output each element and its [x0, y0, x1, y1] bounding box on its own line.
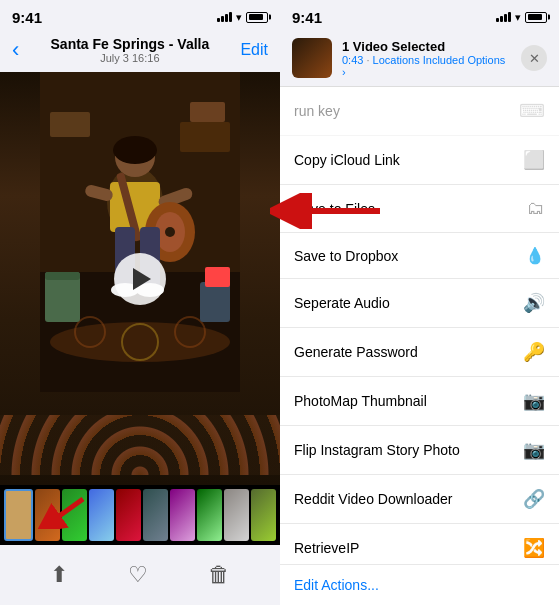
thumbnail-8[interactable] — [224, 489, 249, 541]
bottom-toolbar: ⬆ ♡ 🗑 — [0, 545, 280, 605]
flip-instagram-icon: 📷 — [523, 439, 545, 461]
svg-rect-3 — [180, 122, 230, 152]
menu-item-flip-instagram[interactable]: Flip Instagram Story Photo 📷 — [280, 426, 559, 475]
photomap-label: PhotoMap Thumbnail — [294, 393, 427, 409]
menu-item-label: run key — [294, 103, 340, 119]
save-files-icon: 🗂 — [527, 198, 545, 219]
left-time: 9:41 — [12, 9, 42, 26]
right-status-bar: 9:41 ▾ — [280, 0, 559, 28]
arrow-svg-left — [28, 489, 88, 529]
photo-background — [0, 72, 280, 485]
share-header: 1 Video Selected 0:43 · Locations Includ… — [280, 28, 559, 87]
menu-item-runkey[interactable]: run key ⌨ — [280, 87, 559, 136]
menu-item-copy-icloud[interactable]: Copy iCloud Link ⬜ — [280, 136, 559, 185]
svg-line-28 — [48, 499, 83, 524]
menu-item-photomap[interactable]: PhotoMap Thumbnail 📷 — [280, 377, 559, 426]
thumbnail-5[interactable] — [143, 489, 168, 541]
video-thumbnail-small — [292, 38, 332, 78]
retrieve-ip-label: RetrieveIP — [294, 540, 359, 556]
red-arrow-thumbnail — [28, 489, 88, 533]
wifi-icon: ▾ — [236, 11, 242, 24]
share-header-subtitle: 0:43 · Locations Included Options › — [342, 54, 511, 78]
right-battery-icon — [525, 12, 547, 23]
photo-subtitle: July 3 16:16 — [51, 52, 210, 64]
favorite-button[interactable]: ♡ — [128, 562, 148, 588]
copy-icloud-icon: ⬜ — [523, 149, 545, 171]
svg-rect-2 — [50, 112, 90, 137]
right-wifi-icon: ▾ — [515, 11, 521, 24]
selected-label: 1 Video Selected — [342, 39, 511, 54]
save-dropbox-icon: 💧 — [525, 246, 545, 265]
battery-icon — [246, 12, 268, 23]
photo-title: Santa Fe Springs - Valla — [51, 36, 210, 52]
edit-button[interactable]: Edit — [240, 41, 268, 59]
svg-rect-26 — [205, 267, 230, 287]
play-button[interactable] — [114, 253, 166, 305]
reddit-downloader-icon: 🔗 — [523, 488, 545, 510]
separate-audio-label: Seperate Audio — [294, 295, 390, 311]
flip-instagram-label: Flip Instagram Story Photo — [294, 442, 460, 458]
menu-list: run key ⌨ Copy iCloud Link ⬜ Save to Fil… — [280, 87, 559, 564]
svg-point-13 — [165, 227, 175, 237]
svg-rect-25 — [200, 282, 230, 322]
menu-item-save-files[interactable]: Save to Files 🗂 — [280, 185, 559, 233]
retrieve-ip-icon: 🔀 — [523, 537, 545, 559]
photo-main[interactable] — [0, 72, 280, 485]
signal-icon — [217, 12, 232, 22]
locations-label: Locations Included — [373, 54, 465, 66]
delete-button[interactable]: 🗑 — [208, 562, 230, 588]
menu-item-reddit-downloader[interactable]: Reddit Video Downloader 🔗 — [280, 475, 559, 524]
left-header: ‹ Santa Fe Springs - Valla July 3 16:16 … — [0, 28, 280, 72]
reddit-downloader-label: Reddit Video Downloader — [294, 491, 453, 507]
right-status-icons: ▾ — [496, 11, 547, 24]
svg-rect-4 — [190, 102, 225, 122]
share-header-info: 1 Video Selected 0:43 · Locations Includ… — [342, 39, 511, 78]
play-icon — [133, 268, 151, 290]
menu-item-generate-password[interactable]: Generate Password 🔑 — [280, 328, 559, 377]
menu-item-icon-runkey: ⌨ — [519, 100, 545, 122]
generate-password-label: Generate Password — [294, 344, 418, 360]
svg-point-7 — [113, 136, 157, 164]
edit-actions[interactable]: Edit Actions... — [280, 564, 559, 605]
svg-rect-24 — [45, 272, 80, 280]
thumbnail-9[interactable] — [251, 489, 276, 541]
thumbnail-4[interactable] — [116, 489, 141, 541]
right-time: 9:41 — [292, 9, 322, 26]
save-files-label: Save to Files — [294, 201, 375, 217]
close-button[interactable]: ✕ — [521, 45, 547, 71]
left-status-icons: ▾ — [217, 11, 268, 24]
generate-password-icon: 🔑 — [523, 341, 545, 363]
thumbnail-6[interactable] — [170, 489, 195, 541]
separate-audio-icon: 🔊 — [523, 292, 545, 314]
share-button[interactable]: ⬆ — [50, 562, 68, 588]
photo-scene-svg — [40, 72, 240, 392]
right-signal-icon — [496, 12, 511, 22]
duration-label: 0:43 — [342, 54, 363, 66]
left-panel: 9:41 ▾ ‹ Santa Fe Springs - Valla July 3… — [0, 0, 280, 605]
left-status-bar: 9:41 ▾ — [0, 0, 280, 28]
thumbnail-7[interactable] — [197, 489, 222, 541]
thumbnail-3[interactable] — [89, 489, 114, 541]
menu-item-retrieve-ip[interactable]: RetrieveIP 🔀 — [280, 524, 559, 564]
save-dropbox-label: Save to Dropbox — [294, 248, 398, 264]
photomap-icon: 📷 — [523, 390, 545, 412]
right-panel: 9:41 ▾ 1 Video Selected 0:43 · Locations… — [280, 0, 559, 605]
svg-point-19 — [50, 322, 230, 362]
edit-actions-label[interactable]: Edit Actions... — [294, 577, 379, 593]
back-button[interactable]: ‹ — [12, 39, 19, 61]
floor-decoration — [0, 415, 280, 475]
menu-item-save-dropbox[interactable]: Save to Dropbox 💧 — [280, 233, 559, 279]
menu-item-separate-audio[interactable]: Seperate Audio 🔊 — [280, 279, 559, 328]
copy-icloud-label: Copy iCloud Link — [294, 152, 400, 168]
header-center: Santa Fe Springs - Valla July 3 16:16 — [51, 36, 210, 64]
